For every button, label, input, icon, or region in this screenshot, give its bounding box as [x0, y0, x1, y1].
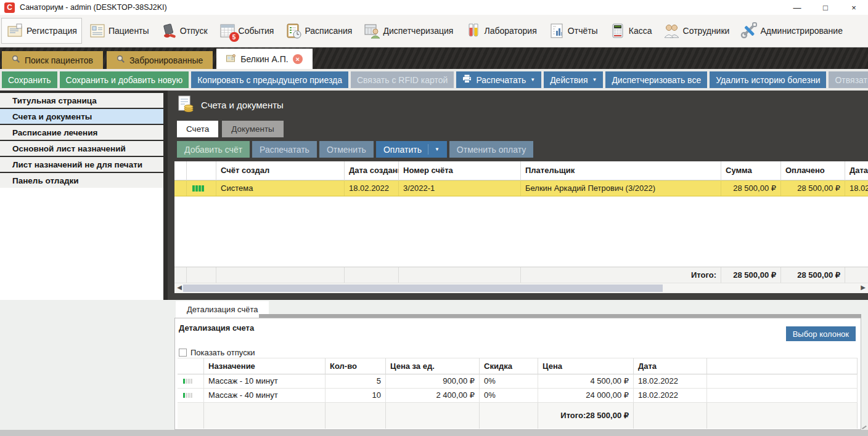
- header-cell-invoice-number[interactable]: Номер счёта: [399, 161, 521, 180]
- invoice-row-selected[interactable]: Система 18.02.2022 3/2022-1 Белкин Аркад…: [174, 180, 868, 196]
- ribbon-item-label: Расписания: [305, 26, 352, 36]
- delete-history-button[interactable]: Удалить историю болезни: [710, 71, 826, 88]
- header-cell-quantity[interactable]: Кол-во: [326, 358, 386, 374]
- cell-empty: [707, 374, 858, 389]
- ribbon-item-events[interactable]: 5 События: [214, 18, 279, 43]
- tab-patient-search[interactable]: Поиск пациентов: [2, 51, 103, 69]
- ribbon-item-label: Отпуск: [180, 26, 208, 36]
- tab-invoice-detail[interactable]: Детализация счёта: [176, 301, 269, 318]
- dispatch-all-button[interactable]: Диспетчеризовать все: [605, 71, 707, 88]
- save-button[interactable]: Сохранить: [2, 71, 57, 88]
- detail-row[interactable]: Массаж - 40 минут 10 2 400,00 ₽ 0% 24 00…: [178, 389, 858, 403]
- clipboard-clock-icon: [284, 22, 303, 40]
- totals-sum: 28 500,00 ₽: [721, 267, 781, 283]
- table-empty-area: [174, 196, 868, 267]
- header-cell-paid-date[interactable]: Дата о: [845, 161, 868, 180]
- header-cell-created-date[interactable]: Дата создания: [345, 161, 399, 180]
- ribbon-item-patients[interactable]: Пациенты: [84, 18, 154, 43]
- scrollbar-thumb[interactable]: [183, 285, 663, 292]
- header-cell-prescription[interactable]: Назначение: [204, 358, 326, 374]
- tab-close-icon[interactable]: ×: [293, 54, 303, 64]
- scroll-right-icon[interactable]: ▶: [859, 284, 867, 291]
- app-logo-icon: C: [4, 2, 15, 13]
- header-cell-date[interactable]: Дата: [634, 358, 707, 374]
- invoices-and-documents-panel: Счета и документы Счета Документы Добави…: [168, 91, 868, 300]
- detail-title: Детализация счета: [179, 323, 254, 333]
- ribbon-item-schedules[interactable]: Расписания: [280, 18, 356, 43]
- checkbox-icon[interactable]: [179, 349, 187, 357]
- tab-label: Белкин А.П.: [240, 54, 288, 64]
- sidebar-item-invoices-documents[interactable]: Счета и документы: [0, 109, 163, 124]
- tab-patient-belkin[interactable]: Белкин А.П. ×: [216, 49, 312, 69]
- invoice-document-tabs: Счета Документы: [177, 121, 284, 137]
- chevron-down-icon: ▼: [530, 78, 535, 83]
- ribbon-item-dispatch[interactable]: Диспетчеризация: [358, 18, 457, 43]
- header-cell-created-by[interactable]: Счёт создал: [216, 161, 345, 180]
- detail-table: Назначение Кол-во Цена за ед. Скидка Цен…: [178, 358, 858, 429]
- search-icon: [12, 55, 20, 65]
- cell-unit-price: 2 400,00 ₽: [386, 389, 480, 403]
- pills-icon: [160, 22, 178, 40]
- header-cell-price[interactable]: Цена: [538, 358, 634, 374]
- ribbon-item-vacation[interactable]: Отпуск: [155, 18, 212, 43]
- add-invoice-button: Добавить счёт: [177, 141, 250, 158]
- detail-row[interactable]: Массаж - 10 минут 5 900,00 ₽ 0% 4 500,00…: [178, 374, 858, 389]
- tab-invoices[interactable]: Счета: [177, 121, 218, 137]
- events-badge: 5: [229, 32, 239, 42]
- maximize-button[interactable]: □: [811, 0, 840, 15]
- sidebar-item-treatment-schedule[interactable]: Расписание лечения: [0, 125, 163, 140]
- sidebar-item-unprinted-prescription-list[interactable]: Лист назначений не для печати: [0, 157, 163, 172]
- ribbon-item-cashdesk[interactable]: Касса: [604, 18, 657, 43]
- row-indicator-cell: [187, 181, 216, 196]
- ribbon-item-label: Регистрация: [27, 26, 77, 36]
- totals-empty-cell: [634, 403, 707, 429]
- sidebar-item-debug-panel[interactable]: Панель отладки: [0, 173, 163, 188]
- button-label: Сохранить и добавить новую: [66, 75, 183, 85]
- choose-columns-button[interactable]: Выбор колонок: [786, 326, 856, 341]
- ribbon-item-staff[interactable]: Сотрудники: [658, 18, 734, 43]
- tab-label: Забронированные: [129, 55, 203, 65]
- actions-dropdown-button[interactable]: Действия ▼: [544, 71, 603, 88]
- unlink-rfid-button: Отвязать от RFID-карты: [829, 71, 868, 88]
- button-label: Сохранить: [8, 75, 51, 85]
- header-cell-payer[interactable]: Плательщик: [521, 161, 721, 180]
- sidebar: Титульная страница Счета и документы Рас…: [0, 91, 163, 300]
- horizontal-scrollbar[interactable]: ◀ ▶: [174, 283, 868, 293]
- sidebar-item-main-prescription-list[interactable]: Основной лист назначений: [0, 141, 163, 156]
- totals-empty-cell: [178, 403, 204, 429]
- cell-sum: 28 500,00 ₽: [721, 181, 781, 196]
- tab-booked[interactable]: Забронированные: [107, 51, 213, 69]
- save-and-add-button[interactable]: Сохранить и добавить новую: [60, 71, 189, 88]
- ribbon-item-administration[interactable]: Администрирование: [735, 18, 847, 43]
- print-dropdown-button[interactable]: Распечатать ▼: [456, 71, 541, 88]
- tab-documents[interactable]: Документы: [222, 121, 284, 137]
- show-vacations-checkbox-row[interactable]: Показать отпуски: [179, 348, 255, 357]
- ribbon-item-laboratory[interactable]: Лаборатория: [459, 18, 541, 43]
- header-cell-sum[interactable]: Сумма: [721, 161, 781, 180]
- invoices-toolbar: Добавить счёт Распечатать Отменить Оплат…: [177, 141, 533, 158]
- header-cell-unit-price[interactable]: Цена за ед.: [386, 358, 480, 374]
- page-title: Счета и документы: [176, 95, 284, 115]
- cell-paid: 28 500,00 ₽: [781, 181, 845, 196]
- invoices-table: Счёт создал Дата создания Номер счёта Пл…: [174, 161, 868, 293]
- resize-grip-icon[interactable]: [862, 426, 867, 429]
- minimize-button[interactable]: —: [783, 0, 811, 15]
- close-button[interactable]: ×: [840, 0, 868, 15]
- button-label: Связать с RFID картой: [357, 75, 448, 85]
- totals-empty-cell: [707, 403, 858, 429]
- sidebar-item-title-page[interactable]: Титульная страница: [0, 93, 163, 108]
- pay-dropdown-button[interactable]: Оплатить ▼: [376, 141, 447, 158]
- header-cell-discount[interactable]: Скидка: [480, 358, 538, 374]
- registration-icon: [6, 22, 25, 40]
- ribbon-item-reports[interactable]: Отчёты: [543, 18, 602, 43]
- totals-empty-cell: [326, 403, 386, 429]
- scroll-left-icon[interactable]: ◀: [176, 284, 183, 291]
- progress-indicator-icon: [182, 389, 199, 402]
- header-cell-paid[interactable]: Оплачено: [781, 161, 845, 180]
- header-cell-indicator: [178, 358, 204, 374]
- detail-totals-row: Итого:28 500,00 ₽: [178, 403, 858, 429]
- ribbon-item-registration[interactable]: Регистрация: [1, 18, 82, 44]
- cell-discount: 0%: [480, 374, 538, 389]
- copy-previous-visit-button[interactable]: Копировать с предыдущего приезда: [191, 71, 348, 88]
- report-chart-icon: [547, 22, 566, 40]
